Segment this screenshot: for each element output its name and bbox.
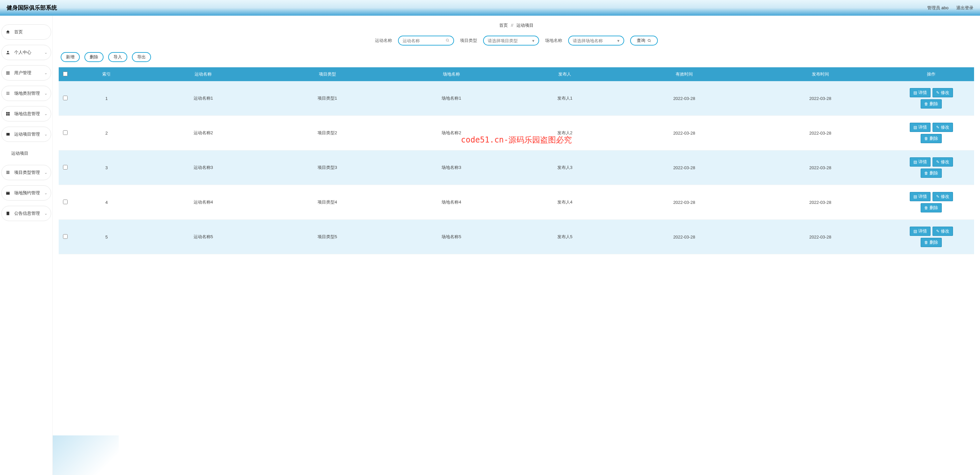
cell-type: 项目类型4 — [265, 185, 389, 220]
sidebar-item-3[interactable]: 场地类别管理⌄ — [1, 86, 51, 101]
row-delete-button[interactable]: 🗑删除 — [921, 238, 942, 247]
detail-icon: ▤ — [913, 194, 917, 199]
doc-icon — [5, 211, 11, 216]
svg-rect-7 — [6, 112, 8, 114]
svg-point-21 — [648, 39, 650, 41]
svg-rect-15 — [6, 173, 9, 174]
row-delete-button[interactable]: 🗑删除 — [921, 99, 942, 108]
export-button[interactable]: 导出 — [132, 52, 151, 62]
select-all-checkbox[interactable] — [63, 72, 68, 76]
svg-line-22 — [650, 41, 651, 42]
chevron-down-icon: ⌄ — [44, 112, 48, 116]
edit-button[interactable]: ✎修改 — [932, 123, 953, 132]
sidebar-item-4[interactable]: 场地信息管理⌄ — [1, 106, 51, 121]
sidebar-item-8[interactable]: 公告信息管理⌄ — [1, 206, 51, 221]
chevron-down-icon: ⌄ — [44, 211, 48, 216]
sidebar-item-label: 场地信息管理 — [14, 111, 40, 117]
filter-venue-input[interactable] — [573, 38, 616, 43]
detail-icon: ▤ — [913, 159, 917, 164]
sidebar-item-5[interactable]: 运动项目管理⌄ — [1, 127, 51, 142]
list-icon — [5, 70, 11, 75]
sidebar-item-1[interactable]: 个人中心⌄ — [1, 45, 51, 60]
cell-idx: 1 — [72, 81, 141, 116]
breadcrumb-sep: // — [511, 23, 513, 28]
filter-type-select[interactable]: ▾ — [483, 36, 539, 46]
logout-link[interactable]: 退出登录 — [956, 5, 974, 10]
row-checkbox[interactable] — [63, 234, 68, 239]
svg-rect-13 — [6, 171, 9, 172]
cell-venue: 场地名称3 — [390, 150, 514, 185]
svg-rect-14 — [6, 172, 9, 173]
breadcrumb-home[interactable]: 首页 — [499, 23, 508, 28]
delete-button[interactable]: 删除 — [84, 52, 103, 62]
search-button[interactable]: 查询 — [630, 36, 658, 46]
row-checkbox[interactable] — [63, 96, 68, 100]
cell-name: 运动名称5 — [141, 220, 265, 254]
detail-icon: ▤ — [913, 125, 917, 130]
sidebar-item-label: 公告信息管理 — [14, 210, 40, 217]
row-delete-button[interactable]: 🗑删除 — [921, 169, 942, 178]
table-body: 1运动名称1项目类型1场地名称1发布人12022-03-282022-03-28… — [59, 81, 974, 254]
sidebar-item-7[interactable]: 场地预约管理⌄ — [1, 185, 51, 201]
cell-name: 运动名称2 — [141, 116, 265, 150]
cell-idx: 5 — [72, 220, 141, 254]
cell-pub: 2022-03-28 — [752, 116, 888, 150]
cell-name: 运动名称1 — [141, 81, 265, 116]
bars-icon — [5, 170, 11, 175]
add-button[interactable]: 新增 — [60, 52, 80, 62]
table-header-row: 索引运动名称项目类型场地名称发布人有效时间发布时间操作 — [59, 67, 974, 81]
sidebar-item-6[interactable]: 项目类型管理⌄ — [1, 165, 51, 180]
cell-venue: 场地名称5 — [390, 220, 514, 254]
filter-name-input[interactable] — [402, 38, 444, 43]
sidebar-item-0[interactable]: 首页 — [1, 24, 51, 40]
chevron-down-icon: ⌄ — [44, 50, 48, 55]
chevron-down-icon: ⌄ — [44, 132, 48, 137]
trash-icon: 🗑 — [924, 102, 928, 106]
detail-button[interactable]: ▤详情 — [910, 226, 931, 236]
edit-button[interactable]: ✎修改 — [932, 192, 953, 201]
detail-button[interactable]: ▤详情 — [910, 157, 931, 167]
th-checkbox — [59, 67, 72, 81]
edit-button[interactable]: ✎修改 — [932, 157, 953, 167]
th-col-0: 索引 — [72, 67, 141, 81]
svg-rect-3 — [6, 74, 10, 75]
detail-button[interactable]: ▤详情 — [910, 192, 931, 201]
cell-type: 项目类型5 — [265, 220, 389, 254]
filter-name-input-wrap[interactable] — [398, 36, 454, 46]
table-row: 3运动名称3项目类型3场地名称3发布人32022-03-282022-03-28… — [59, 150, 974, 185]
svg-point-0 — [7, 51, 9, 53]
row-delete-button[interactable]: 🗑删除 — [921, 203, 942, 212]
chevron-down-icon: ⌄ — [44, 91, 48, 96]
import-button[interactable]: 导入 — [108, 52, 127, 62]
row-delete-button[interactable]: 🗑删除 — [921, 134, 942, 143]
th-col-3: 场地名称 — [390, 67, 514, 81]
row-checkbox[interactable] — [63, 130, 68, 135]
search-icon — [647, 38, 651, 43]
detail-button[interactable]: ▤详情 — [910, 88, 931, 97]
edit-button[interactable]: ✎修改 — [932, 226, 953, 236]
sidebar-subitem[interactable]: 运动项目 — [1, 147, 51, 159]
cell-idx: 4 — [72, 185, 141, 220]
breadcrumb: 首页 // 运动项目 — [59, 18, 974, 36]
data-table: 索引运动名称项目类型场地名称发布人有效时间发布时间操作 1运动名称1项目类型1场… — [59, 67, 974, 254]
cell-pub: 2022-03-28 — [752, 220, 888, 254]
filter-type-input[interactable] — [488, 38, 531, 43]
main: 首页 // 运动项目 运动名称 项目类型 ▾ 场地名称 ▾ — [53, 16, 980, 475]
user-label[interactable]: 管理员 abo — [927, 5, 948, 10]
row-checkbox[interactable] — [63, 199, 68, 204]
filter-venue-select[interactable]: ▾ — [568, 36, 624, 46]
row-checkbox[interactable] — [63, 165, 68, 169]
sidebar-item-2[interactable]: 用户管理⌄ — [1, 65, 51, 80]
edit-icon: ✎ — [936, 229, 939, 234]
edit-icon: ✎ — [936, 194, 939, 199]
th-col-1: 运动名称 — [141, 67, 265, 81]
trash-icon: 🗑 — [924, 206, 928, 210]
cell-author: 发布人5 — [514, 220, 616, 254]
svg-rect-9 — [6, 114, 8, 116]
edit-button[interactable]: ✎修改 — [932, 88, 953, 97]
svg-rect-12 — [6, 133, 7, 135]
filter-name-label: 运动名称 — [375, 38, 392, 43]
detail-button[interactable]: ▤详情 — [910, 123, 931, 132]
cell-valid: 2022-03-28 — [616, 220, 752, 254]
sidebar-item-label: 项目类型管理 — [14, 169, 40, 175]
